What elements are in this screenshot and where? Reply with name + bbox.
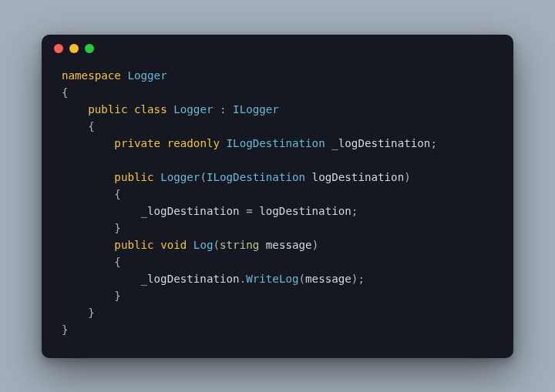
paren: (	[200, 171, 207, 183]
param-type-string: string	[220, 239, 259, 251]
call-method: WriteLog	[246, 273, 298, 285]
param-name: message	[266, 239, 312, 251]
keyword-void: void	[160, 239, 187, 251]
dot: .	[240, 273, 247, 285]
interface-name: ILogger	[233, 103, 279, 116]
call-target: _logDestination	[141, 273, 240, 285]
brace: }	[62, 323, 69, 336]
field-name: _logDestination	[331, 137, 430, 149]
keyword-public: public	[88, 103, 127, 116]
colon: :	[213, 103, 233, 116]
keyword-public: public	[114, 171, 153, 183]
brace: }	[114, 222, 121, 234]
field-type: ILogDestination	[227, 137, 325, 149]
assign-rhs: logDestination	[259, 205, 352, 217]
keyword-public: public	[114, 239, 153, 251]
brace: {	[62, 86, 69, 99]
brace: {	[114, 188, 121, 200]
paren: (	[299, 273, 306, 285]
brace: }	[88, 307, 95, 319]
code-block: namespace Logger { public class Logger :…	[42, 62, 513, 358]
namespace-name: Logger	[127, 69, 166, 82]
constructor-name: Logger	[160, 171, 200, 183]
param-name: logDestination	[312, 171, 405, 183]
paren: (	[213, 239, 220, 251]
semicolon: ;	[352, 205, 358, 217]
code-window: namespace Logger { public class Logger :…	[42, 35, 513, 358]
brace: {	[88, 120, 95, 132]
close-icon[interactable]	[54, 44, 63, 53]
call-arg: message	[305, 273, 352, 285]
param-type: ILogDestination	[207, 171, 305, 183]
brace: }	[114, 290, 121, 302]
paren: )	[404, 171, 411, 183]
semicolon: ;	[430, 137, 437, 149]
semicolon: ;	[358, 273, 365, 285]
keyword-readonly: readonly	[167, 137, 220, 149]
minimize-icon[interactable]	[69, 44, 79, 53]
titlebar	[42, 35, 513, 62]
equals: =	[240, 205, 260, 217]
keyword-namespace: namespace	[62, 69, 121, 82]
keyword-private: private	[114, 137, 160, 149]
assign-lhs: _logDestination	[141, 205, 240, 217]
keyword-class: class	[134, 103, 167, 116]
paren: )	[312, 239, 319, 251]
maximize-icon[interactable]	[85, 44, 94, 53]
brace: {	[114, 256, 121, 268]
class-name: Logger	[173, 103, 213, 116]
method-name: Log	[193, 239, 214, 251]
